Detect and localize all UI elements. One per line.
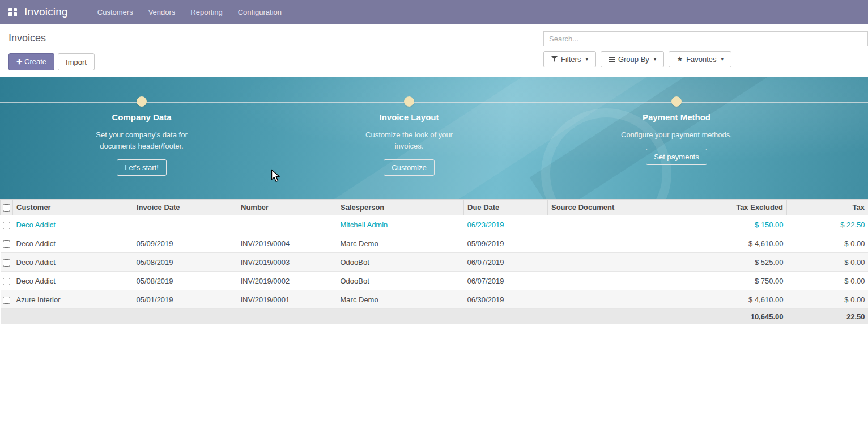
create-button[interactable]: ✚Create bbox=[8, 53, 54, 70]
cell-tax-excluded[interactable]: $ 525.00 bbox=[688, 253, 787, 272]
cell-number[interactable]: INV/2019/0004 bbox=[237, 234, 337, 253]
menu-reporting[interactable]: Reporting bbox=[190, 8, 222, 16]
search-options: Filters ▾ Group By ▾ ★ Favorites ▾ bbox=[543, 51, 868, 67]
onboarding-timeline bbox=[0, 102, 868, 103]
cell-invoice-date[interactable]: 05/08/2019 bbox=[133, 253, 237, 272]
cell-customer[interactable]: Deco Addict bbox=[13, 272, 133, 290]
cell-invoice-date[interactable]: 05/08/2019 bbox=[133, 272, 237, 290]
top-navbar: Invoicing Customers Vendors Reporting Co… bbox=[0, 0, 868, 24]
onboarding-banner: Company Data Set your company's data for… bbox=[0, 77, 868, 199]
menu-configuration[interactable]: Configuration bbox=[238, 8, 282, 16]
cell-tax[interactable]: $ 0.00 bbox=[787, 290, 868, 309]
cell-source-document[interactable] bbox=[548, 234, 688, 253]
step-title: Payment Method bbox=[603, 112, 750, 122]
total-tax: 22.50 bbox=[787, 309, 868, 325]
chevron-down-icon: ▾ bbox=[585, 54, 588, 64]
plus-icon: ✚ bbox=[16, 58, 22, 66]
cell-salesperson[interactable]: Marc Demo bbox=[337, 290, 464, 309]
column-header-customer[interactable]: Customer bbox=[13, 200, 133, 215]
cell-tax-excluded[interactable]: $ 150.00 bbox=[688, 215, 787, 234]
cell-source-document[interactable] bbox=[548, 290, 688, 309]
row-checkbox[interactable] bbox=[3, 259, 10, 267]
cell-salesperson[interactable]: Marc Demo bbox=[337, 234, 464, 253]
column-header-tax[interactable]: Tax bbox=[787, 200, 868, 215]
row-checkbox[interactable] bbox=[3, 278, 10, 285]
table-row[interactable]: Deco Addict 05/09/2019 INV/2019/0004 Mar… bbox=[1, 234, 868, 253]
select-all-checkbox-cell bbox=[1, 200, 13, 215]
select-all-checkbox[interactable] bbox=[3, 204, 10, 212]
step-dot-company-data bbox=[137, 96, 147, 107]
step-dot-invoice-layout bbox=[404, 96, 414, 107]
control-panel: Invoices ✚Create Import Filters ▾ Group … bbox=[0, 24, 868, 77]
cell-tax[interactable]: $ 22.50 bbox=[787, 215, 868, 234]
cell-tax[interactable]: $ 0.00 bbox=[787, 272, 868, 290]
table-row[interactable]: Deco Addict Mitchell Admin 06/23/2019 $ … bbox=[1, 215, 868, 234]
navbar-menus: Customers Vendors Reporting Configuratio… bbox=[97, 8, 282, 16]
cell-due-date[interactable]: 05/09/2019 bbox=[464, 234, 548, 253]
apps-grid-icon[interactable] bbox=[8, 8, 17, 16]
onboarding-step-invoice-layout: Invoice Layout Customize the look of you… bbox=[335, 112, 483, 176]
cell-source-document[interactable] bbox=[548, 272, 688, 290]
total-tax-excluded: 10,645.00 bbox=[688, 309, 787, 325]
app-name[interactable]: Invoicing bbox=[24, 6, 68, 18]
cell-due-date[interactable]: 06/23/2019 bbox=[464, 215, 548, 234]
search-input[interactable] bbox=[543, 31, 868, 46]
cell-tax-excluded[interactable]: $ 4,610.00 bbox=[688, 234, 787, 253]
cell-source-document[interactable] bbox=[548, 215, 688, 234]
step-description: Set your company's data for documents he… bbox=[88, 129, 195, 151]
filter-funnel-icon bbox=[551, 56, 558, 62]
cell-customer[interactable]: Azure Interior bbox=[13, 290, 133, 309]
column-header-source-document[interactable]: Source Document bbox=[548, 200, 688, 215]
cell-salesperson[interactable]: OdooBot bbox=[337, 272, 464, 290]
cell-due-date[interactable]: 06/30/2019 bbox=[464, 290, 548, 309]
filters-button[interactable]: Filters ▾ bbox=[543, 51, 596, 67]
menu-customers[interactable]: Customers bbox=[97, 8, 133, 16]
table-totals-row: 10,645.00 22.50 bbox=[1, 309, 868, 325]
table-row[interactable]: Deco Addict 05/08/2019 INV/2019/0002 Odo… bbox=[1, 272, 868, 290]
cell-customer[interactable]: Deco Addict bbox=[13, 234, 133, 253]
row-checkbox[interactable] bbox=[3, 222, 10, 229]
column-header-invoice-date[interactable]: Invoice Date bbox=[133, 200, 237, 215]
cell-salesperson[interactable]: Mitchell Admin bbox=[337, 215, 464, 234]
page-title: Invoices bbox=[8, 32, 95, 44]
lets-start-button[interactable]: Let's start! bbox=[117, 159, 167, 176]
cell-customer[interactable]: Deco Addict bbox=[13, 253, 133, 272]
set-payments-button[interactable]: Set payments bbox=[646, 149, 707, 165]
row-checkbox[interactable] bbox=[3, 240, 10, 248]
cell-customer[interactable]: Deco Addict bbox=[13, 215, 133, 234]
cell-due-date[interactable]: 06/07/2019 bbox=[464, 253, 548, 272]
cell-number[interactable]: INV/2019/0003 bbox=[237, 253, 337, 272]
customize-button[interactable]: Customize bbox=[384, 159, 434, 176]
cell-due-date[interactable]: 06/07/2019 bbox=[464, 272, 548, 290]
menu-vendors[interactable]: Vendors bbox=[148, 8, 176, 16]
cell-salesperson[interactable]: OdooBot bbox=[337, 253, 464, 272]
step-dot-payment-method bbox=[671, 96, 682, 107]
cell-number[interactable]: INV/2019/0002 bbox=[237, 272, 337, 290]
import-button[interactable]: Import bbox=[58, 53, 95, 70]
cell-source-document[interactable] bbox=[548, 253, 688, 272]
chevron-down-icon: ▾ bbox=[721, 54, 724, 64]
group-by-button[interactable]: Group By ▾ bbox=[601, 51, 664, 67]
step-description: Configure your payment methods. bbox=[609, 129, 744, 141]
column-header-due-date[interactable]: Due Date bbox=[464, 200, 548, 215]
table-row[interactable]: Deco Addict 05/08/2019 INV/2019/0003 Odo… bbox=[1, 253, 868, 272]
column-header-tax-excluded[interactable]: Tax Excluded bbox=[688, 200, 787, 215]
onboarding-step-company-data: Company Data Set your company's data for… bbox=[68, 112, 215, 176]
table-row[interactable]: Azure Interior 05/01/2019 INV/2019/0001 … bbox=[1, 290, 868, 309]
invoice-list-table: Customer Invoice Date Number Salesperson… bbox=[0, 199, 868, 324]
cell-tax[interactable]: $ 0.00 bbox=[787, 234, 868, 253]
column-header-number[interactable]: Number bbox=[237, 200, 337, 215]
cell-tax[interactable]: $ 0.00 bbox=[787, 253, 868, 272]
cell-number[interactable]: INV/2019/0001 bbox=[237, 290, 337, 309]
favorites-button[interactable]: ★ Favorites ▾ bbox=[669, 51, 731, 67]
column-header-salesperson[interactable]: Salesperson bbox=[337, 200, 464, 215]
cell-tax-excluded[interactable]: $ 4,610.00 bbox=[688, 290, 787, 309]
cell-invoice-date[interactable]: 05/01/2019 bbox=[133, 290, 237, 309]
group-by-bars-icon bbox=[609, 57, 615, 62]
chevron-down-icon: ▾ bbox=[654, 54, 657, 64]
cell-tax-excluded[interactable]: $ 750.00 bbox=[688, 272, 787, 290]
cell-invoice-date[interactable]: 05/09/2019 bbox=[133, 234, 237, 253]
row-checkbox[interactable] bbox=[3, 297, 10, 304]
cell-invoice-date[interactable] bbox=[133, 215, 237, 234]
cell-number[interactable] bbox=[237, 215, 337, 234]
